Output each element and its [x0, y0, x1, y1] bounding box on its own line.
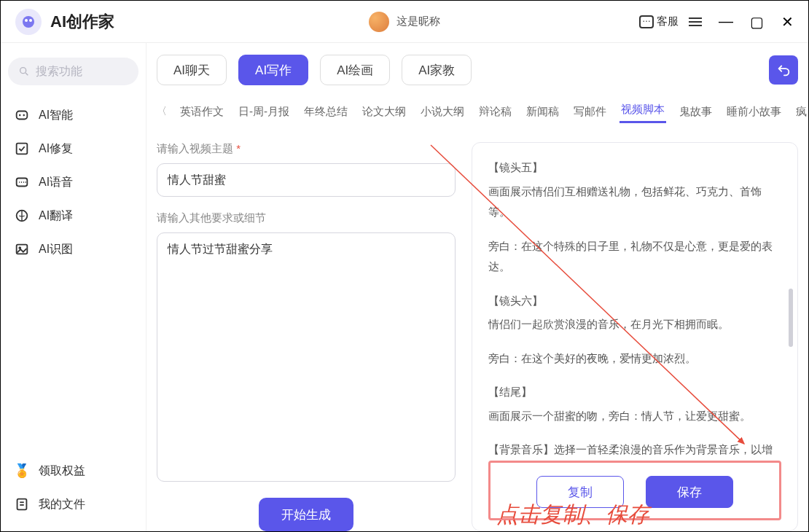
copy-button[interactable]: 复制 — [536, 476, 624, 508]
svg-rect-8 — [17, 144, 28, 154]
subtab-debate[interactable]: 辩论稿 — [477, 102, 513, 122]
detail-label: 请输入其他要求或细节 — [157, 211, 456, 225]
titlebar: AI创作家 这是昵称 客服 — ▢ ✕ — [1, 1, 808, 43]
output-panel: 【镜头五】画面展示情侣们互相赠送礼物，包括鲜花、巧克力、首饰等。旁白：在这个特殊… — [472, 142, 798, 531]
file-icon — [14, 496, 30, 512]
tab-ai-write[interactable]: AI写作 — [238, 55, 308, 85]
subtab-email[interactable]: 写邮件 — [572, 102, 608, 122]
topic-label: 请输入视频主题 * — [157, 142, 456, 156]
sidebar-item-ai-image[interactable]: AI识图 — [8, 232, 138, 266]
kefu-label: 客服 — [657, 15, 679, 28]
customer-service-button[interactable]: 客服 — [639, 15, 679, 28]
svg-point-1 — [25, 19, 28, 22]
app-title: AI创作家 — [50, 11, 114, 33]
search-placeholder: 搜索功能 — [36, 64, 82, 79]
subtab-english[interactable]: 英语作文 — [179, 102, 225, 122]
topic-input[interactable] — [157, 163, 456, 197]
tab-ai-tutor[interactable]: AI家教 — [402, 55, 472, 85]
image-icon — [14, 241, 30, 257]
svg-point-6 — [19, 114, 20, 116]
sub-tabs: 〈 英语作文 日-周-月报 年终总结 论文大纲 小说大纲 辩论稿 新闻稿 写邮件… — [157, 100, 798, 123]
sidebar-item-ai-repair[interactable]: AI修复 — [8, 132, 138, 165]
sidebar-item-label: AI修复 — [39, 141, 73, 157]
app-logo — [15, 9, 42, 35]
sidebar-item-label: AI翻译 — [39, 208, 73, 224]
sidebar-item-label: 我的文件 — [39, 497, 85, 512]
translate-icon — [14, 208, 30, 224]
search-icon — [18, 66, 30, 77]
subtab-thesis[interactable]: 论文大纲 — [361, 102, 407, 122]
subtab-ghost[interactable]: 鬼故事 — [678, 102, 714, 122]
subtab-novel[interactable]: 小说大纲 — [419, 102, 466, 122]
output-text: 【镜头五】画面展示情侣们互相赠送礼物，包括鲜花、巧克力、首饰等。旁白：在这个特殊… — [488, 157, 781, 455]
generate-button[interactable]: 开始生成 — [259, 498, 353, 531]
output-actions-highlight: 复制 保存 — [488, 461, 781, 520]
sidebar-item-my-files[interactable]: 我的文件 — [8, 488, 139, 521]
top-tabs: AI聊天 AI写作 AI绘画 AI家教 — [157, 55, 798, 85]
window-minimize-button[interactable]: — — [719, 15, 732, 28]
subtab-news[interactable]: 新闻稿 — [525, 102, 560, 122]
undo-button[interactable] — [769, 55, 798, 85]
input-form: 请输入视频主题 * 请输入其他要求或细节 开始生成 — [157, 142, 456, 531]
svg-point-2 — [29, 19, 32, 22]
sidebar-item-label: AI语音 — [39, 175, 73, 190]
sidebar-item-ai-intelligent[interactable]: AI智能 — [8, 98, 138, 132]
hamburger-menu-icon[interactable] — [689, 17, 702, 26]
brain-icon — [14, 107, 30, 123]
sidebar-item-label: AI智能 — [39, 108, 73, 123]
avatar[interactable] — [369, 12, 389, 32]
tab-ai-draw[interactable]: AI绘画 — [320, 55, 390, 85]
chat-icon — [639, 15, 654, 28]
search-input[interactable]: 搜索功能 — [8, 58, 138, 85]
sidebar-item-ai-voice[interactable]: AI语音 — [8, 165, 138, 199]
medal-icon: 🏅 — [14, 463, 30, 479]
scrollbar-thumb[interactable] — [789, 289, 793, 347]
window-close-button[interactable]: ✕ — [781, 15, 794, 28]
subtab-bedtime[interactable]: 睡前小故事 — [725, 102, 783, 122]
nickname-label: 这是昵称 — [396, 15, 440, 28]
chevron-left-icon[interactable]: 〈 — [157, 105, 167, 118]
sidebar-item-ai-translate[interactable]: AI翻译 — [8, 199, 138, 232]
tab-ai-chat[interactable]: AI聊天 — [157, 55, 227, 85]
sidebar-item-label: AI识图 — [39, 242, 73, 257]
svg-point-7 — [23, 114, 25, 116]
subtab-video-script[interactable]: 视频脚本 — [620, 100, 666, 123]
sidebar: 搜索功能 AI智能 AI修复 AI语音 AI翻译 AI识图 — [1, 43, 146, 531]
subtab-yearend[interactable]: 年终总结 — [302, 102, 349, 122]
voice-icon — [14, 174, 30, 190]
window-maximize-button[interactable]: ▢ — [750, 15, 763, 28]
detail-textarea[interactable] — [157, 232, 456, 482]
repair-icon — [14, 141, 30, 157]
main-content: AI聊天 AI写作 AI绘画 AI家教 〈 英语作文 日-周-月报 年终总结 论… — [146, 43, 808, 531]
svg-point-3 — [20, 68, 26, 74]
svg-point-0 — [23, 16, 34, 28]
subtab-report[interactable]: 日-周-月报 — [237, 102, 291, 122]
sidebar-item-benefits[interactable]: 🏅 领取权益 — [8, 454, 139, 488]
svg-line-4 — [26, 73, 28, 75]
sidebar-item-label: 领取权益 — [39, 463, 85, 479]
save-button[interactable]: 保存 — [646, 476, 733, 508]
svg-rect-5 — [17, 112, 28, 120]
subtab-crazy[interactable]: 疯 — [794, 102, 808, 122]
undo-icon — [775, 62, 792, 78]
